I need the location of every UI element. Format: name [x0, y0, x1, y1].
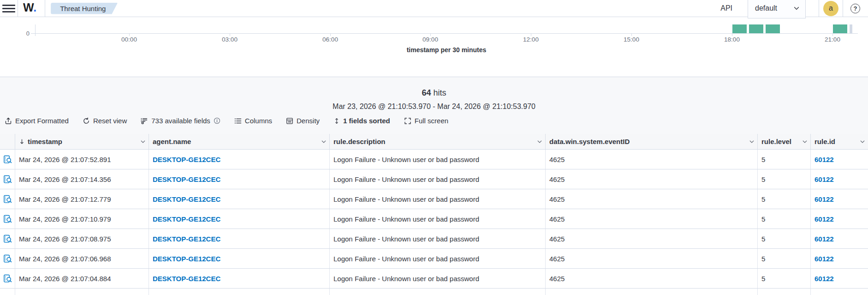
cell-agent-name: DESKTOP-GE12CEC — [149, 269, 330, 288]
full-screen-button[interactable]: Full screen — [404, 117, 448, 125]
column-header-rule-id[interactable]: rule.id — [811, 134, 868, 149]
fields-list-icon — [141, 117, 148, 125]
row-expand-cell — [0, 150, 15, 169]
rule-id-link[interactable]: 60122 — [814, 235, 834, 243]
results-table: timestamp agent.name rule.description da… — [0, 134, 868, 295]
chevron-down-icon[interactable] — [860, 139, 865, 144]
timeline-histogram: 0 00:0003:0006:0009:0012:0015:0018:0021:… — [0, 17, 868, 77]
cell-rule-id: 60122 — [811, 169, 868, 189]
x-tick-label: 15:00 — [624, 36, 639, 43]
histogram-bar[interactable] — [833, 24, 847, 33]
rule-id-link[interactable]: 60122 — [814, 195, 834, 203]
table-row: Mar 24, 2026 @ 21:07:52.891DESKTOP-GE12C… — [0, 150, 868, 169]
results-summary: 64 hits Mar 23, 2026 @ 21:10:53.970 - Ma… — [0, 77, 868, 134]
columns-button[interactable]: Columns — [234, 117, 272, 125]
rule-id-link[interactable]: 60122 — [814, 255, 834, 263]
hits-count: 64 hits — [0, 88, 868, 98]
help-icon[interactable]: ? — [850, 4, 860, 13]
hits-label: hits — [434, 88, 446, 97]
table-row: Mar 24, 2026 @ 21:07:08.975DESKTOP-GE12C… — [0, 229, 868, 249]
inspect-document-icon — [3, 235, 12, 243]
inspect-document-icon — [3, 175, 12, 184]
cell-timestamp: Mar 24, 2026 @ 21:07:08.975 — [15, 229, 149, 248]
cell-timestamp — [15, 289, 149, 295]
column-header-rule-level[interactable]: rule.level — [758, 134, 811, 149]
chevron-down-icon[interactable] — [802, 139, 808, 144]
cell-agent-name — [149, 289, 330, 295]
cell-timestamp: Mar 24, 2026 @ 21:07:12.779 — [15, 189, 149, 209]
expand-row-button[interactable] — [2, 253, 12, 264]
cell-rule-level: 5 — [758, 249, 811, 268]
cell-rule-description: Logon Failure - Unknown user or bad pass… — [330, 269, 546, 288]
inspect-document-icon — [3, 155, 12, 164]
inspect-document-icon — [3, 215, 12, 223]
chevron-down-icon — [793, 5, 800, 12]
histogram-bar[interactable] — [732, 24, 747, 33]
cell-rule-description: Logon Failure - Unknown user or bad pass… — [330, 189, 546, 209]
table-row: Mar 24, 2026 @ 21:07:04.884DESKTOP-GE12C… — [0, 269, 868, 289]
cell-agent-name: DESKTOP-GE12CEC — [149, 169, 330, 189]
cell-event-id — [546, 289, 758, 295]
histogram-bar[interactable] — [766, 24, 780, 33]
column-header-timestamp[interactable]: timestamp — [15, 134, 149, 149]
rule-id-link[interactable]: 60122 — [814, 275, 834, 283]
available-fields-button[interactable]: 733 available fields — [141, 117, 220, 125]
export-formatted-button[interactable]: Export Formatted — [5, 117, 69, 125]
cell-event-id: 4625 — [546, 150, 758, 169]
column-header-event-id[interactable]: data.win.system.eventID — [546, 134, 758, 149]
chevron-down-icon[interactable] — [140, 139, 146, 144]
cell-event-id: 4625 — [546, 209, 758, 229]
time-range-label: Mar 23, 2026 @ 21:10:53.970 - Mar 24, 20… — [0, 102, 868, 111]
cell-timestamp: Mar 24, 2026 @ 21:07:52.891 — [15, 150, 149, 169]
cell-rule-level: 5 — [758, 150, 811, 169]
expand-row-button[interactable] — [2, 194, 12, 204]
chevron-down-icon[interactable] — [321, 139, 327, 144]
agent-name-link[interactable]: DESKTOP-GE12CEC — [153, 235, 220, 243]
rule-id-link[interactable]: 60122 — [814, 156, 834, 163]
x-tick-label: 00:00 — [121, 36, 137, 43]
info-icon[interactable] — [214, 117, 220, 124]
cell-agent-name: DESKTOP-GE12CEC — [149, 229, 330, 248]
grid-toolbar: Export Formatted Reset view 733 availabl… — [5, 117, 868, 125]
cell-event-id: 4625 — [546, 229, 758, 248]
table-row: Mar 24, 2026 @ 21:07:10.979DESKTOP-GE12C… — [0, 209, 868, 229]
partial-bucket-marker — [850, 24, 852, 33]
threat-hunting-screen: W. Threat Hunting API default a ? 0 00:0… — [0, 0, 868, 295]
expand-row-button[interactable] — [2, 154, 12, 164]
expand-row-button[interactable] — [2, 273, 12, 283]
agent-name-link[interactable]: DESKTOP-GE12CEC — [153, 156, 220, 163]
hamburger-menu-icon[interactable] — [0, 0, 18, 17]
agent-name-link[interactable]: DESKTOP-GE12CEC — [153, 175, 220, 183]
cell-event-id: 4625 — [546, 269, 758, 288]
cell-rule-description: Logon Failure - Unknown user or bad pass… — [330, 169, 546, 189]
wazuh-logo[interactable]: W. — [18, 1, 45, 16]
y-axis-zero-label: 0 — [20, 30, 30, 37]
column-header-rule-description[interactable]: rule.description — [330, 134, 546, 149]
sort-descending-icon — [19, 138, 25, 145]
index-pattern-select[interactable]: default — [748, 0, 806, 18]
fields-sorted-button[interactable]: 1 fields sorted — [333, 117, 390, 125]
table-row: Mar 24, 2026 @ 21:07:06.968DESKTOP-GE12C… — [0, 249, 868, 269]
agent-name-link[interactable]: DESKTOP-GE12CEC — [153, 215, 220, 223]
cell-event-id: 4625 — [546, 249, 758, 268]
agent-name-link[interactable]: DESKTOP-GE12CEC — [153, 255, 220, 263]
histogram-bar[interactable] — [749, 24, 763, 33]
chevron-down-icon[interactable] — [537, 139, 542, 144]
module-badge[interactable]: Threat Hunting — [51, 3, 118, 14]
expand-row-button[interactable] — [2, 174, 12, 184]
y-axis-tick — [31, 33, 35, 34]
cell-rule-description: Logon Failure - Unknown user or bad pass… — [330, 229, 546, 248]
api-link[interactable]: API — [720, 4, 732, 12]
density-button[interactable]: Density — [286, 117, 320, 125]
rule-id-link[interactable]: 60122 — [814, 215, 834, 223]
expand-row-button[interactable] — [2, 214, 12, 224]
reset-view-button[interactable]: Reset view — [83, 117, 127, 125]
expand-row-button[interactable] — [2, 234, 12, 244]
avatar[interactable]: a — [823, 1, 838, 16]
cell-rule-id: 60122 — [811, 209, 868, 229]
agent-name-link[interactable]: DESKTOP-GE12CEC — [153, 275, 220, 283]
column-header-agent-name[interactable]: agent.name — [149, 134, 330, 149]
agent-name-link[interactable]: DESKTOP-GE12CEC — [153, 195, 220, 203]
rule-id-link[interactable]: 60122 — [814, 175, 834, 183]
chevron-down-icon[interactable] — [749, 139, 755, 144]
